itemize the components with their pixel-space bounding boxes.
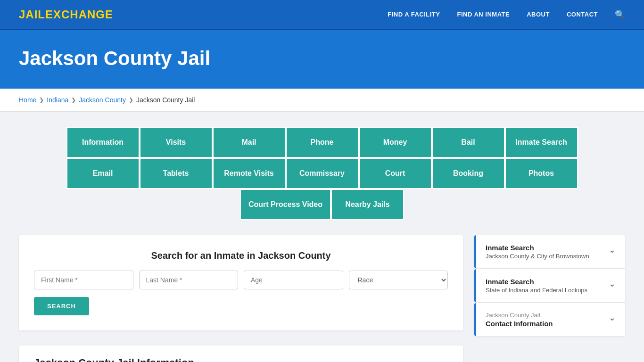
sidebar-card-jackson-text: Inmate Search Jackson County & City of B… (486, 244, 589, 260)
sidebar: Inmate Search Jackson County & City of B… (474, 235, 625, 337)
first-name-input[interactable] (34, 271, 133, 289)
main-column: Search for an Inmate in Jackson County R… (19, 235, 463, 362)
sidebar-card-contact-title: Jackson County Jail (486, 312, 553, 319)
sidebar-card-contact-subtitle: Contact Information (486, 320, 553, 328)
sidebar-card-jackson-title: Inmate Search (486, 244, 589, 252)
booking-btn[interactable]: Booking (432, 158, 505, 189)
breadcrumb-sep-3: ❯ (129, 97, 133, 103)
navbar-links: FIND A FACILITY FIND AN INMATE ABOUT CON… (388, 9, 625, 20)
inmate-search-section: Search for an Inmate in Jackson County R… (19, 235, 463, 330)
logo-exchange: EXCHANGE (45, 8, 113, 21)
tablets-btn[interactable]: Tablets (140, 158, 213, 189)
commissary-btn[interactable]: Commissary (286, 158, 359, 189)
breadcrumb-current: Jackson County Jail (136, 96, 195, 104)
race-select[interactable]: Race White Black Hispanic Asian Native A… (349, 271, 448, 289)
sidebar-card-indiana-text: Inmate Search State of Indiana and Feder… (486, 278, 587, 294)
last-name-input[interactable] (139, 271, 239, 289)
hero-section: Jackson County Jail (0, 30, 644, 89)
jail-info-heading: Jackson County Jail Information (34, 357, 448, 362)
search-button[interactable]: SEARCH (34, 297, 89, 315)
main-sidebar-layout: Search for an Inmate in Jackson County R… (19, 235, 625, 362)
breadcrumb-indiana[interactable]: Indiana (47, 96, 68, 104)
breadcrumb-home[interactable]: Home (19, 96, 36, 104)
breadcrumb-sep-1: ❯ (39, 97, 44, 103)
search-icon[interactable]: 🔍 (615, 9, 625, 20)
sidebar-card-indiana[interactable]: Inmate Search State of Indiana and Feder… (474, 269, 625, 302)
age-input[interactable] (244, 271, 343, 289)
breadcrumb: Home ❯ Indiana ❯ Jackson County ❯ Jackso… (0, 89, 644, 112)
content-area: Information Visits Mail Phone Money Bail… (0, 112, 644, 362)
sidebar-card-indiana-title: Inmate Search (486, 278, 587, 286)
breadcrumb-sep-2: ❯ (71, 97, 76, 103)
buttons-row-3: Court Process Video Nearby Jails (240, 189, 404, 220)
inmate-search-btn[interactable]: Inmate Search (505, 127, 578, 158)
search-form-row: Race White Black Hispanic Asian Native A… (34, 271, 448, 289)
chevron-down-icon-3: ⌄ (609, 313, 616, 323)
nav-about[interactable]: ABOUT (527, 11, 550, 18)
sidebar-card-jackson-subtitle: Jackson County & City of Brownstown (486, 253, 589, 260)
nav-find-an-inmate[interactable]: FIND AN INMATE (457, 11, 510, 18)
visits-btn[interactable]: Visits (140, 127, 213, 158)
photos-btn[interactable]: Photos (505, 158, 578, 189)
buttons-row-2: Email Tablets Remote Visits Commissary C… (66, 158, 578, 189)
info-btn[interactable]: Information (66, 127, 140, 158)
buttons-row-1: Information Visits Mail Phone Money Bail… (66, 127, 578, 158)
sidebar-card-contact[interactable]: Jackson County Jail Contact Information … (474, 303, 625, 336)
chevron-down-icon: ⌄ (609, 245, 616, 255)
page-title: Jackson County Jail (19, 47, 625, 70)
navbar: JAILEXCHANGE FIND A FACILITY FIND AN INM… (0, 0, 644, 30)
bail-btn[interactable]: Bail (432, 127, 505, 158)
search-heading: Search for an Inmate in Jackson County (34, 250, 448, 261)
court-process-video-btn[interactable]: Court Process Video (240, 189, 331, 220)
chevron-down-icon-2: ⌄ (609, 279, 616, 289)
sidebar-card-indiana-subtitle: State of Indiana and Federal Lockups (486, 287, 587, 294)
jail-info-section: Jackson County Jail Information (19, 346, 463, 362)
site-logo[interactable]: JAILEXCHANGE (19, 8, 113, 21)
nav-contact[interactable]: CONTACT (567, 11, 598, 18)
email-btn[interactable]: Email (66, 158, 140, 189)
breadcrumb-jackson-county[interactable]: Jackson County (79, 96, 126, 104)
sidebar-card-jackson[interactable]: Inmate Search Jackson County & City of B… (474, 235, 625, 268)
logo-jail: JAIL (19, 8, 45, 21)
court-btn[interactable]: Court (359, 158, 432, 189)
nearby-jails-btn[interactable]: Nearby Jails (331, 189, 404, 220)
nav-find-a-facility[interactable]: FIND A FACILITY (388, 11, 440, 18)
money-btn[interactable]: Money (359, 127, 432, 158)
remote-visits-btn[interactable]: Remote Visits (213, 158, 286, 189)
mail-btn[interactable]: Mail (213, 127, 286, 158)
buttons-grid: Information Visits Mail Phone Money Bail… (19, 127, 625, 220)
phone-btn[interactable]: Phone (286, 127, 359, 158)
sidebar-card-contact-text: Jackson County Jail Contact Information (486, 312, 553, 328)
